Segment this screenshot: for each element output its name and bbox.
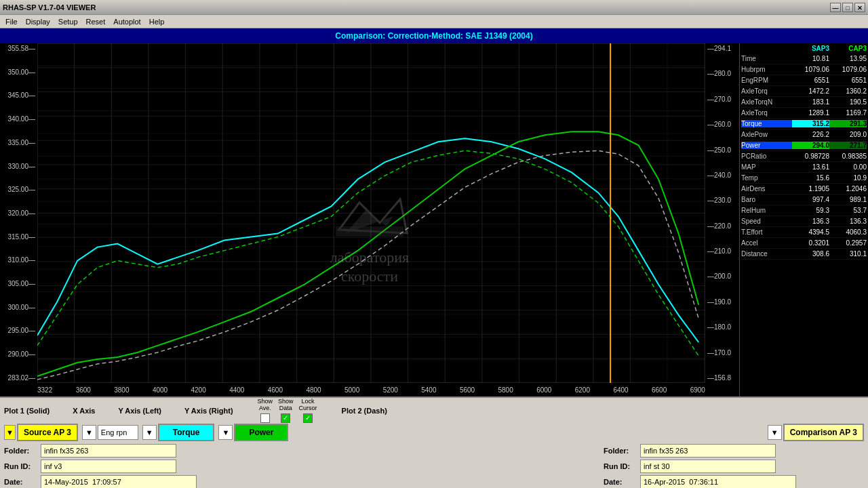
plot2-run-field: Run ID: [604,460,796,473]
show-data-checkbox[interactable]: ✓ [281,413,290,423]
rp-label-baro: Baro [741,196,792,203]
rp-col-sap3-header: SAP3 [792,45,829,52]
x-label-11: 5600 [460,386,475,394]
rp-val-axlepow-cap3: 209.0 [829,131,867,138]
source-dropdown-arrow[interactable]: ▼ [4,425,16,440]
lock-cursor-label: LockCursor [299,399,317,412]
x-label-15: 6400 [613,386,628,394]
y-left-label-9: 310.00— [0,256,37,264]
rp-val-engrpm-cap3: 6551 [829,77,867,84]
rp-val-temp-cap3: 10.9 [829,174,867,182]
x-axis: 3322 3600 3800 4000 4200 4400 4600 4800 … [37,383,705,396]
xaxis-value[interactable]: Eng rpn [98,425,138,440]
source-button[interactable]: Source AP 3 [17,424,78,441]
rp-row-map: MAP 13.61 0.00 [741,162,867,173]
x-label-3: 4000 [153,386,167,394]
plot1-folder-input[interactable] [41,444,176,458]
comparison-dropdown-arrow[interactable]: ▼ [768,425,782,440]
menu-autoplot[interactable]: Autoplot [109,15,144,28]
rp-row-airdens: AirDens 1.1905 1.2046 [741,184,867,195]
title-text: RHAS-SP V1.7-04 VIEWER [3,3,830,12]
y-left-label-0: 355.58— [0,45,37,52]
bottom-controls: Plot 1 (Solid) X Axis Y Axis (Left) Y Ax… [0,396,868,488]
y-right-label-12: —170.0 [705,349,739,357]
rp-label-torque: Torque [741,120,792,127]
close-button[interactable]: ✕ [854,3,865,12]
xaxis-dropdown-arrow[interactable]: ▼ [82,425,96,440]
menu-help[interactable]: Help [145,15,169,28]
plot2-folder-label: Folder: [604,447,637,455]
x-label-6: 4600 [268,386,283,394]
power-button[interactable]: Power [234,424,288,441]
rp-val-torque-sap3: 315.2 [792,120,829,127]
rp-val-teffort-sap3: 4394.5 [792,228,829,236]
rp-label-map: MAP [741,163,792,171]
lock-cursor-checkbox[interactable]: ✓ [303,413,313,423]
rp-label-power: Power [741,142,792,149]
y-left-label-11: 300.00— [0,304,37,311]
chart-area: 355.58— 350.00— 345.00— 340.00— 335.00— … [0,43,739,396]
rp-val-airdens-cap3: 1.2046 [829,185,867,192]
middle-empty-block2 [407,444,590,488]
plot2-run-input[interactable] [640,460,776,473]
yaxis-right-dropdown-arrow[interactable]: ▼ [218,425,233,440]
info-bar: Comparison: Correction-Method: SAE J1349… [0,28,868,43]
rp-row-power: Power 294.0 271.7 [741,140,867,151]
y-left-label-1: 350.00— [0,68,37,76]
menu-setup[interactable]: Setup [54,15,82,28]
torque-button[interactable]: Torque [158,424,215,441]
x-label-8: 5000 [344,386,359,394]
x-label-9: 5200 [383,386,398,394]
chart-svg [37,43,705,383]
rp-label-engrpm: EngRPM [741,77,792,84]
rp-val-axlepow-sap3: 226.2 [792,131,829,138]
plot2-folder-input[interactable] [640,444,776,458]
y-right-label-4: —250.0 [705,146,739,154]
rp-val-axletorq1-sap3: 1472.2 [792,87,829,95]
rp-col-cap3-header: CAP3 [829,45,867,52]
menu-file[interactable]: File [1,15,22,28]
x-label-12: 5800 [498,386,513,394]
rp-val-speed-sap3: 136.3 [792,218,829,225]
plot2-folder-field: Folder: [604,444,796,458]
menu-reset[interactable]: Reset [82,15,110,28]
y-left-label-3: 340.00— [0,115,37,123]
rp-label-relhum: RelHum [741,207,792,214]
controls-row1: Plot 1 (Solid) X Axis Y Axis (Left) Y Ax… [4,401,864,421]
rp-row-time: Time 10.81 13.95 [741,54,867,64]
plot1-date-input[interactable] [41,475,197,488]
controls-row2: ▼ Source AP 3 ▼ Eng rpn ▼ Torque ▼ Power… [4,424,864,441]
y-right-label-2: —270.0 [705,96,739,103]
yaxis-left-dropdown-arrow[interactable]: ▼ [142,425,157,440]
rp-label-axletorqn: AxleTorqN [741,98,792,106]
rp-label-axlepow: AxlePow [741,131,792,138]
rp-val-time-cap3: 13.95 [829,55,867,62]
plot1-run-input[interactable] [41,460,176,473]
show-ave-checkbox[interactable] [260,413,270,423]
rp-row-torque: Torque 315.2 291.3 [741,119,867,129]
x-axis-title: X Axis [73,407,95,415]
rp-row-teffort: T.Effort 4394.5 4060.3 [741,227,867,238]
titlebar: RHAS-SP V1.7-04 VIEWER — □ ✕ [0,0,868,15]
y-left-title: Y Axis (Left) [118,407,161,415]
plot1-title: Plot 1 (Solid) [4,407,50,415]
y-left-label-13: 290.00— [0,350,37,358]
minimize-button[interactable]: — [830,3,841,12]
right-panel: SAP3 CAP3 Time 10.81 13.95 Hubrpm 1079.0… [739,43,868,396]
rp-label-temp: Temp [741,174,792,182]
x-label-13: 6000 [536,386,551,394]
plot2-date-label: Date: [604,478,637,486]
plot2-date-input[interactable] [640,475,796,488]
rp-val-engrpm-sap3: 6551 [792,77,829,84]
comparison-button[interactable]: Comparison AP 3 [783,424,864,441]
y-right-label-10: —190.0 [705,298,739,306]
y-left-label-12: 295.00— [0,327,37,334]
menu-display[interactable]: Display [22,15,54,28]
rp-val-distance-cap3: 310.1 [829,250,867,258]
rp-row-axlepow: AxlePow 226.2 209.0 [741,129,867,140]
plot1-run-field: Run ID: [4,460,197,473]
rp-label-teffort: T.Effort [741,228,792,236]
y-left-label-2: 345.00— [0,92,37,99]
maximize-button[interactable]: □ [842,3,853,12]
rp-val-relhum-cap3: 53.7 [829,207,867,214]
